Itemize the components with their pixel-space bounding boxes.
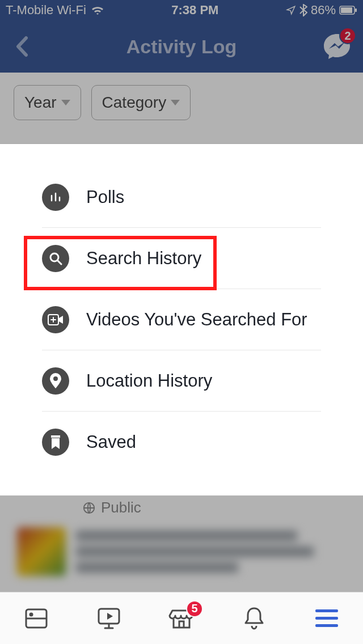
sheet-item-label: Search History: [86, 248, 201, 269]
sheet-item-saved[interactable]: Saved: [42, 412, 321, 473]
sheet-item-label: Saved: [86, 432, 136, 452]
location-pin-icon: [42, 367, 69, 395]
svg-point-4: [50, 253, 58, 261]
bookmark-icon: [42, 429, 69, 456]
search-icon: [42, 245, 69, 272]
sheet-item-videos-searched[interactable]: Videos You've Searched For: [42, 289, 321, 350]
hamburger-icon: [315, 609, 338, 627]
sheet-item-label: Location History: [86, 371, 212, 391]
svg-point-9: [29, 612, 33, 616]
tab-menu[interactable]: [311, 603, 343, 634]
tab-marketplace[interactable]: 5: [166, 603, 197, 634]
svg-point-6: [53, 376, 58, 381]
marketplace-badge: 5: [186, 600, 203, 617]
sheet-item-location-history[interactable]: Location History: [42, 350, 321, 412]
modal-dim-top[interactable]: [0, 0, 363, 73]
svg-rect-7: [51, 435, 60, 438]
sheet-item-polls[interactable]: Polls: [42, 144, 321, 228]
category-sheet: Polls Search History Videos You've Searc…: [0, 144, 363, 495]
tab-newsfeed[interactable]: [20, 603, 52, 634]
bell-icon: [243, 605, 265, 632]
polls-icon: [42, 184, 69, 211]
tab-watch[interactable]: [93, 603, 125, 634]
sheet-item-label: Polls: [86, 187, 124, 207]
sheet-item-label: Videos You've Searched For: [86, 310, 307, 330]
watch-icon: [96, 605, 122, 632]
tab-notifications[interactable]: [238, 603, 270, 634]
video-plus-icon: [42, 306, 69, 333]
newsfeed-icon: [24, 606, 49, 631]
sheet-item-search-history[interactable]: Search History: [42, 228, 321, 289]
tab-bar: 5: [0, 592, 363, 644]
